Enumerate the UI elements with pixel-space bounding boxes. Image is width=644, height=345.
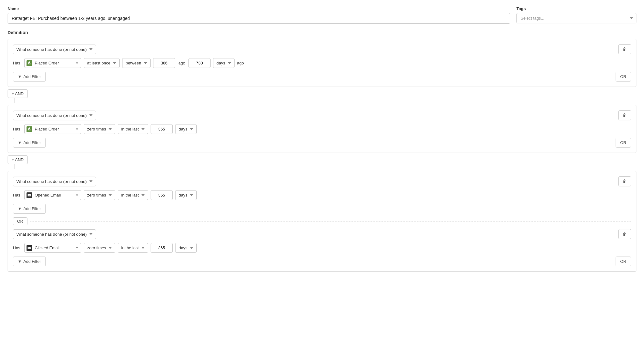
unit-select-3a[interactable]: days — [175, 190, 197, 200]
frequency-select-3b[interactable]: zero times — [84, 243, 115, 253]
add-filter-label-2: Add Filter — [23, 140, 41, 145]
condition-type-row-1: What someone has done (or not done) 🗑 — [13, 44, 631, 54]
frequency-select-2[interactable]: zero times — [84, 124, 115, 134]
definition-label: Definition — [8, 30, 636, 35]
or-separator-button[interactable]: OR — [13, 217, 27, 225]
and-connector-1: + AND — [8, 89, 636, 103]
unit-select-3b[interactable]: days — [175, 243, 197, 253]
and-connector-2: + AND — [8, 155, 636, 169]
unit-select-1[interactable]: days — [213, 58, 235, 68]
tags-select[interactable]: Select tags... — [516, 13, 636, 23]
trash-icon-3b: 🗑 — [623, 232, 627, 237]
shopify-icon-2 — [27, 126, 32, 132]
name-input[interactable] — [8, 13, 510, 24]
or-button-1[interactable]: OR — [616, 72, 631, 82]
event-name-select-3a[interactable]: Opened Email — [34, 191, 72, 200]
name-section: Name — [8, 6, 510, 24]
clicked-email-block: What someone has done (or not done) 🗑 Ha… — [13, 229, 631, 266]
condition-type-row-2: What someone has done (or not done) 🗑 — [13, 110, 631, 120]
condition-type-row-3a: What someone has done (or not done) 🗑 — [13, 176, 631, 186]
or-separator: OR — [13, 217, 631, 225]
filter-icon-3a: ▼ — [18, 206, 22, 211]
delete-button-3b[interactable]: 🗑 — [618, 229, 631, 239]
name-label: Name — [8, 6, 510, 11]
condition-type-select-3b[interactable]: What someone has done (or not done) — [13, 229, 96, 239]
condition-footer-1: ▼ Add Filter OR — [13, 72, 631, 82]
value1-input-2[interactable] — [151, 124, 173, 134]
has-label-1: Has — [13, 61, 22, 65]
and-button-2[interactable]: + AND — [8, 155, 28, 164]
event-name-select-3b[interactable]: Clicked Email — [34, 243, 72, 252]
event-select-1[interactable]: Placed Order — [24, 58, 81, 68]
event-select-3b[interactable]: Clicked Email — [24, 243, 81, 253]
has-label-3a: Has — [13, 193, 22, 197]
email-icon-click — [27, 245, 32, 251]
add-filter-button-3a[interactable]: ▼ Add Filter — [13, 204, 46, 214]
time-filter-select-1[interactable]: between — [122, 58, 151, 68]
add-filter-button-1[interactable]: ▼ Add Filter — [13, 72, 46, 82]
delete-button-3a[interactable]: 🗑 — [618, 176, 631, 186]
or-button-3b[interactable]: OR — [616, 257, 631, 266]
time-filter-select-2[interactable]: in the last — [118, 124, 148, 134]
add-filter-label-3a: Add Filter — [23, 206, 41, 211]
add-filter-button-3b[interactable]: ▼ Add Filter — [13, 257, 46, 266]
unit-select-2[interactable]: days — [175, 124, 197, 134]
connector-line-1 — [15, 98, 15, 103]
frequency-select-3a[interactable]: zero times — [84, 190, 115, 200]
condition-type-select-3a[interactable]: What someone has done (or not done) — [13, 177, 96, 186]
tags-section: Tags Select tags... — [516, 6, 636, 24]
opened-email-block: What someone has done (or not done) 🗑 Ha… — [13, 176, 631, 214]
condition-type-select-2[interactable]: What someone has done (or not done) — [13, 111, 96, 120]
has-row-3a: Has Opened Email zero times in the last … — [13, 190, 631, 200]
has-row-1: Has Placed Order at least once between a… — [13, 58, 631, 68]
add-filter-label-1: Add Filter — [23, 74, 41, 79]
value1-input-3b[interactable] — [151, 243, 173, 253]
and-button-1[interactable]: + AND — [8, 89, 28, 98]
shopify-icon-1 — [27, 60, 32, 66]
has-label-2: Has — [13, 127, 22, 131]
condition-type-select-1[interactable]: What someone has done (or not done) — [13, 45, 96, 54]
add-filter-label-3b: Add Filter — [23, 259, 41, 264]
event-select-2[interactable]: Placed Order — [24, 124, 81, 134]
add-filter-button-2[interactable]: ▼ Add Filter — [13, 138, 46, 148]
delete-button-2[interactable]: 🗑 — [618, 110, 631, 120]
add-filter-row-3a: ▼ Add Filter — [13, 204, 631, 214]
has-label-3b: Has — [13, 245, 22, 250]
value2-input-1[interactable] — [188, 58, 211, 68]
event-name-select-2[interactable]: Placed Order — [34, 124, 72, 134]
and-text-1: ago — [178, 61, 186, 65]
condition-group-3: What someone has done (or not done) 🗑 Ha… — [8, 171, 636, 272]
trash-icon-3a: 🗑 — [623, 179, 627, 184]
condition-footer-2: ▼ Add Filter OR — [13, 138, 631, 148]
time-filter-select-3b[interactable]: in the last — [118, 243, 148, 253]
value1-input-1[interactable] — [153, 58, 175, 68]
condition-block-1: What someone has done (or not done) 🗑 Ha… — [8, 39, 636, 87]
frequency-select-1[interactable]: at least once — [84, 58, 120, 68]
connector-line-2 — [15, 164, 15, 169]
time-filter-select-3a[interactable]: in the last — [118, 190, 148, 200]
has-row-3b: Has Clicked Email zero times in the last — [13, 243, 631, 253]
condition-footer-3b: ▼ Add Filter OR — [13, 257, 631, 266]
filter-icon-3b: ▼ — [18, 259, 22, 264]
tags-label: Tags — [516, 6, 636, 11]
filter-icon-2: ▼ — [18, 140, 22, 145]
email-icon-open — [27, 192, 32, 198]
condition-type-row-3b: What someone has done (or not done) 🗑 — [13, 229, 631, 239]
trash-icon-2: 🗑 — [623, 113, 627, 118]
or-button-2[interactable]: OR — [616, 138, 631, 148]
event-select-3a[interactable]: Opened Email — [24, 190, 81, 200]
trash-icon-1: 🗑 — [623, 47, 627, 52]
top-row: Name Tags Select tags... — [8, 6, 636, 24]
or-separator-line — [30, 221, 631, 221]
event-name-select-1[interactable]: Placed Order — [34, 58, 72, 68]
delete-button-1[interactable]: 🗑 — [618, 44, 631, 54]
filter-icon-1: ▼ — [18, 74, 22, 79]
ago-text-1: ago — [237, 61, 244, 65]
value1-input-3a[interactable] — [151, 190, 173, 200]
has-row-2: Has Placed Order zero times in the last … — [13, 124, 631, 134]
condition-block-2: What someone has done (or not done) 🗑 Ha… — [8, 105, 636, 153]
